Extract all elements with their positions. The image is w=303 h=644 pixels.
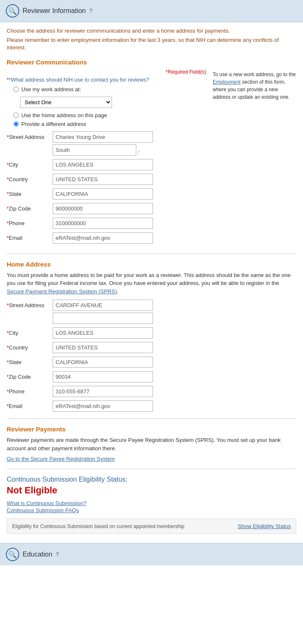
education-search-icon: 🔍 xyxy=(6,548,19,561)
comm-street-inputs: , xyxy=(53,131,206,156)
comm-city-row: *City xyxy=(7,159,206,170)
help-icon[interactable]: ? xyxy=(89,8,92,14)
comm-street-row: *Street Address , xyxy=(7,131,206,156)
comm-side-note-text: To use a new work address, go to the xyxy=(213,72,296,77)
divider-3 xyxy=(7,469,296,469)
payments-section-title: Reviewer Payments xyxy=(7,426,296,433)
radio-work[interactable] xyxy=(13,87,19,92)
home-country-input[interactable] xyxy=(53,342,153,353)
address-question: **What address should NIH use to contact… xyxy=(7,77,206,83)
home-country-row: *Country xyxy=(7,342,296,353)
comm-street1-input[interactable] xyxy=(53,131,153,143)
comm-country-label: *Country xyxy=(7,174,53,182)
page-header: 🔍 Reviewer Information ? xyxy=(0,0,303,22)
eligibility-row-text: Eligibility for Continuous Submission ba… xyxy=(12,523,184,529)
home-street-inputs xyxy=(53,300,296,324)
continuous-faqs-link[interactable]: Continuous Submission FAQs xyxy=(7,507,296,513)
reviewer-communications-section: Reviewer Communications *Required Field(… xyxy=(7,59,296,247)
show-eligibility-link[interactable]: Show Eligibility Status xyxy=(238,523,291,529)
home-email-label: *Email xyxy=(7,400,53,409)
address-radio-group: Use my work address at: Select One Optio… xyxy=(13,86,206,127)
radio-provide-row: Provide a different address xyxy=(13,121,206,127)
comm-phone-row: *Phone xyxy=(7,218,206,229)
radio-work-label[interactable]: Use my work address at: xyxy=(21,86,81,92)
comm-email-label: *Email xyxy=(7,232,53,241)
home-phone-label: *Phone xyxy=(7,386,53,395)
home-email-row: *Email xyxy=(7,400,296,412)
comm-state-row: *State xyxy=(7,188,206,200)
radio-home[interactable] xyxy=(13,113,19,118)
home-country-label: *Country xyxy=(7,342,53,351)
comm-state-label: *State xyxy=(7,188,53,197)
required-note: *Required Field(s) xyxy=(7,69,206,75)
comm-address-form: *Street Address , *City xyxy=(7,131,206,244)
home-state-label: *State xyxy=(7,357,53,365)
street2-comma: , xyxy=(138,147,140,153)
intro-line1: Choose the address for reviewer commmuni… xyxy=(7,27,296,35)
comm-section-title: Reviewer Communications xyxy=(7,59,296,66)
comm-email-input[interactable] xyxy=(53,232,153,244)
divider-1 xyxy=(7,254,296,254)
home-phone-input[interactable] xyxy=(53,386,153,397)
radio-work-row: Use my work address at: xyxy=(13,86,206,92)
home-zip-row: *Zip Code xyxy=(7,371,296,382)
comm-right-note: To use a new work address, go to the Emp… xyxy=(213,69,296,247)
comm-phone-label: *Phone xyxy=(7,218,53,226)
comm-email-row: *Email xyxy=(7,232,206,244)
home-city-input[interactable] xyxy=(53,327,153,339)
home-state-row: *State xyxy=(7,357,296,368)
comm-left: *Required Field(s) **What address should… xyxy=(7,69,206,247)
search-icon: 🔍 xyxy=(6,4,19,18)
education-title: Education xyxy=(23,551,52,558)
eligibility-row: Eligibility for Continuous Submission ba… xyxy=(7,518,296,534)
education-help-icon[interactable]: ? xyxy=(56,551,59,558)
home-street-label: *Street Address xyxy=(7,300,53,308)
comm-state-input[interactable] xyxy=(53,188,153,200)
home-street1-input[interactable] xyxy=(53,300,153,311)
bottom-header: 🔍 Education ? xyxy=(0,543,303,565)
divider-2 xyxy=(7,418,296,419)
not-eligible-status: Not Eligible xyxy=(7,485,296,496)
comm-country-input[interactable] xyxy=(53,174,153,185)
comm-street2-input[interactable] xyxy=(53,144,136,156)
home-state-input[interactable] xyxy=(53,357,153,368)
home-city-row: *City xyxy=(7,327,296,339)
home-zip-label: *Zip Code xyxy=(7,371,53,380)
continuous-submission-section: Continuous Submission Eligibility Status… xyxy=(7,476,296,534)
comm-city-input[interactable] xyxy=(53,159,153,170)
comm-zip-input[interactable] xyxy=(53,203,153,214)
comm-zip-label: *Zip Code xyxy=(7,203,53,212)
home-street-row: *Street Address xyxy=(7,300,296,324)
home-section-description: You must provide a home address to be pa… xyxy=(7,271,296,296)
comm-street-label: *Street Address xyxy=(7,131,53,140)
home-zip-input[interactable] xyxy=(53,371,153,382)
comm-city-label: *City xyxy=(7,159,53,168)
employment-link[interactable]: Employment xyxy=(213,79,241,85)
home-address-section: Home Address You must provide a home add… xyxy=(7,261,296,412)
continuous-links: What is Continuous Submission? Continuou… xyxy=(7,500,296,513)
comm-country-row: *Country xyxy=(7,174,206,185)
reviewer-payments-section: Reviewer Payments Reviewer payments are … xyxy=(7,426,296,462)
continuous-title: Continuous Submission Eligibility Status… xyxy=(7,476,296,483)
radio-home-row: Use the home address on this page xyxy=(13,112,206,118)
home-section-title: Home Address xyxy=(7,261,296,268)
intro-line2: Please remember to enter employment info… xyxy=(7,36,296,51)
what-is-continuous-link[interactable]: What is Continuous Submission? xyxy=(7,500,296,506)
sprs-link[interactable]: Secure Payment Registration System (SPRS… xyxy=(7,288,117,295)
page-title: Reviewer Information xyxy=(23,7,86,15)
home-city-label: *City xyxy=(7,327,53,336)
comm-phone-input[interactable] xyxy=(53,218,153,229)
sprs-goto-link[interactable]: Go to the Secure Payee Registration Syst… xyxy=(7,456,115,462)
home-street2-input[interactable] xyxy=(53,313,153,324)
payments-description: Reviewer payments are made through the S… xyxy=(7,436,296,452)
radio-home-label[interactable]: Use the home address on this page xyxy=(21,112,107,118)
comm-zip-row: *Zip Code xyxy=(7,203,206,214)
radio-provide-label[interactable]: Provide a different address xyxy=(21,121,86,127)
home-phone-row: *Phone xyxy=(7,386,296,397)
home-address-form: *Street Address *City *Country xyxy=(7,300,296,412)
main-content: Choose the address for reviewer commmuni… xyxy=(0,22,303,539)
home-email-input[interactable] xyxy=(53,400,153,412)
work-address-dropdown[interactable]: Select One Option 1 Option 2 xyxy=(20,97,112,108)
radio-provide[interactable] xyxy=(13,121,19,127)
